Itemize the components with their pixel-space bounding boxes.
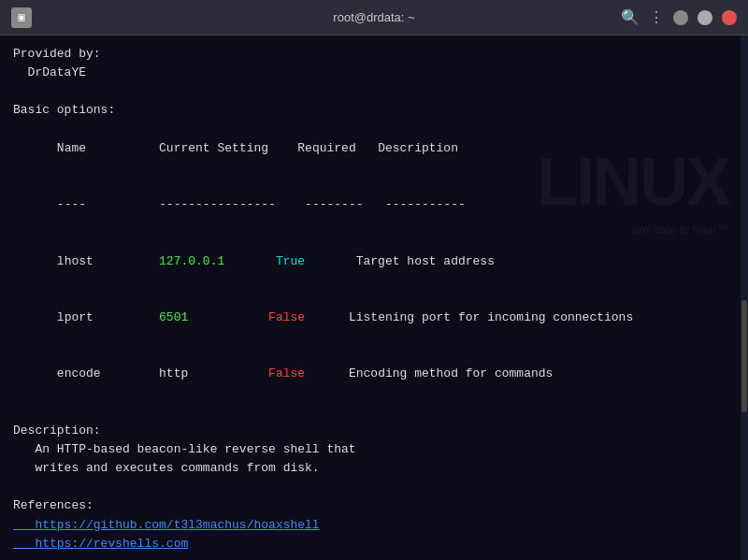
maximize-button[interactable]: [698, 10, 712, 25]
encode-name: encode: [42, 366, 159, 381]
terminal-body[interactable]: LINUX are able to hear™ Provided by: DrD…: [0, 36, 748, 560]
blank-3: [13, 478, 735, 496]
lport-desc: Listening port for incoming connections: [349, 310, 633, 324]
ref-link-1[interactable]: https://github.com/t3l3machus/hoaxshell: [13, 516, 735, 535]
scrollbar[interactable]: [741, 36, 748, 560]
div-name: ----: [42, 197, 159, 211]
lhost-value: 127.0.0.1: [159, 254, 276, 268]
terminal-icon: ▣: [11, 7, 32, 28]
scrollbar-thumb[interactable]: [741, 300, 747, 412]
references-label: References:: [13, 496, 735, 515]
lport-name: lport: [42, 310, 159, 324]
lhost-name: lhost: [42, 254, 159, 268]
window-title: root@drdata: ~: [333, 10, 414, 24]
terminal-icon-char: ▣: [18, 10, 24, 24]
description-label: Description:: [13, 422, 735, 440]
encode-value: http: [159, 366, 268, 381]
provided-by-value: DrDataYE: [13, 64, 735, 82]
lport-required: False: [268, 310, 349, 324]
col-setting: Current Setting: [159, 141, 297, 155]
basic-options-header: Basic options:: [13, 101, 735, 120]
blank-4: [13, 553, 735, 560]
titlebar-controls: 🔍 ⋮: [621, 8, 737, 27]
blank-2: [13, 403, 735, 422]
menu-icon[interactable]: ⋮: [649, 8, 664, 27]
titlebar-left: ▣: [11, 7, 32, 28]
div-desc: -----------: [385, 197, 466, 211]
lhost-row: lhost 127.0.0.1 True Target host address: [13, 233, 735, 289]
blank-1: [13, 82, 735, 101]
col-desc: Description: [378, 141, 458, 155]
encode-row: encode http False Encoding method for co…: [13, 346, 735, 402]
lhost-desc: Target host address: [356, 254, 495, 268]
lport-row: lport 6501 False Listening port for inco…: [13, 290, 735, 346]
div-required: --------: [305, 197, 385, 211]
col-name: Name: [42, 141, 159, 155]
table-divider: ---- ---------------- -------- ---------…: [13, 177, 735, 233]
lhost-required: True: [276, 254, 356, 268]
provided-by-label: Provided by:: [13, 45, 735, 64]
div-setting: ----------------: [159, 197, 305, 211]
lport-value: 6501: [159, 310, 268, 324]
description-text-1: An HTTP-based beacon-like reverse shell …: [13, 440, 735, 459]
description-text-2: writes and executes commands from disk.: [13, 459, 735, 478]
close-button[interactable]: [722, 10, 737, 25]
ref-link-2[interactable]: https://revshells.com: [13, 535, 735, 553]
encode-required: False: [268, 366, 349, 381]
minimize-button[interactable]: [673, 10, 688, 25]
col-required: Required: [297, 141, 378, 155]
encode-desc: Encoding method for commands: [349, 366, 553, 381]
table-header: Name Current Setting Required Descriptio…: [13, 121, 735, 177]
titlebar: ▣ root@drdata: ~ 🔍 ⋮: [0, 0, 748, 36]
search-icon[interactable]: 🔍: [621, 8, 640, 27]
